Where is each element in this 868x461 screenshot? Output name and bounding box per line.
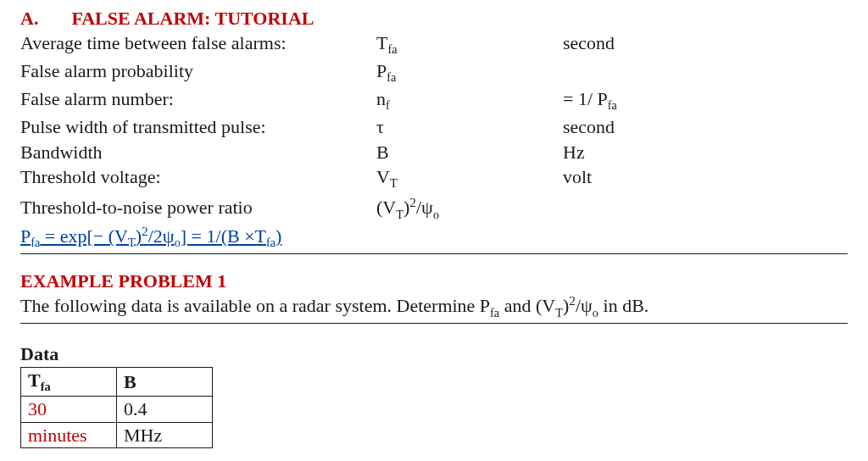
data-table: TfaB 300.4 minutesMHz	[20, 367, 213, 448]
definition-desc: Pulse width of transmitted pulse:	[20, 114, 376, 140]
formula: Pfa = exp[− (VT)2/2ψo] = 1/(B ×Tfa)	[20, 223, 848, 252]
definition-unit: = 1/ Pfa	[563, 86, 848, 114]
definition-row: Threshold voltage:VTvolt	[20, 164, 848, 192]
section-divider-2	[20, 323, 848, 324]
definition-unit: volt	[563, 164, 848, 192]
definition-row: Average time between false alarms:Tfasec…	[20, 31, 848, 58]
definition-desc: Average time between false alarms:	[20, 31, 376, 58]
example-heading: EXAMPLE PROBLEM 1	[20, 269, 848, 293]
definition-desc: False alarm number:	[20, 86, 376, 114]
section-header: A. FALSE ALARM: TUTORIAL	[20, 7, 848, 31]
definition-row: False alarm probabilityPfa	[20, 58, 848, 86]
data-cell: 0.4	[117, 397, 213, 423]
definition-symbol: (VT)2/ψo	[376, 193, 563, 224]
definition-unit	[563, 58, 848, 86]
definition-symbol: Tfa	[376, 31, 563, 58]
section-divider-1	[20, 253, 848, 254]
definition-row: Pulse width of transmitted pulse:τsecond	[20, 114, 848, 140]
definition-unit: Hz	[563, 140, 848, 165]
definition-unit: second	[563, 114, 848, 140]
section-title: FALSE ALARM: TUTORIAL	[71, 8, 314, 29]
section-letter: A.	[20, 8, 38, 29]
definition-symbol: τ	[376, 114, 563, 140]
definition-symbol: Pfa	[376, 58, 563, 86]
data-cell: minutes	[21, 422, 117, 448]
data-cell: MHz	[117, 422, 213, 448]
formula-span: Pfa = exp[− (VT)2/2ψo] = 1/(B ×Tfa)	[20, 225, 281, 247]
data-cell: B	[117, 368, 213, 397]
definition-symbol: nf	[376, 86, 563, 114]
definition-desc: Bandwidth	[20, 140, 376, 165]
definition-symbol: B	[376, 140, 563, 165]
definition-row: Threshold-to-noise power ratio(VT)2/ψo	[20, 193, 848, 224]
definition-desc: False alarm probability	[20, 58, 376, 86]
definition-symbol: VT	[376, 164, 563, 192]
data-heading: Data	[20, 342, 848, 366]
data-cell: 30	[21, 397, 117, 423]
definition-row: False alarm number:nf= 1/ Pfa	[20, 86, 848, 114]
definition-unit	[563, 193, 848, 224]
definition-desc: Threshold voltage:	[20, 164, 376, 192]
definition-desc: Threshold-to-noise power ratio	[20, 193, 376, 224]
example-text: The following data is available on a rad…	[20, 292, 848, 321]
definitions-table: Average time between false alarms:Tfasec…	[20, 31, 848, 224]
definition-unit: second	[563, 31, 848, 58]
definition-row: BandwidthBHz	[20, 140, 848, 165]
data-cell: Tfa	[21, 368, 117, 397]
